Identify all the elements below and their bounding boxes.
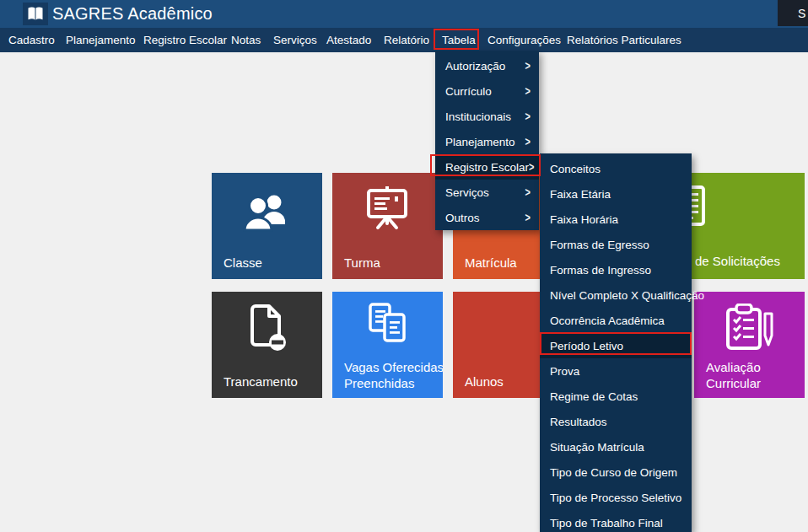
people-icon: [243, 193, 290, 232]
tile-avaliacao-label-line2: Curricular: [706, 375, 761, 391]
submenu-item-periodo-letivo[interactable]: Período Letivo: [540, 333, 692, 358]
account-button[interactable]: S: [778, 0, 808, 26]
menu-notas[interactable]: Notas: [231, 28, 261, 52]
menu-relatorios-particulares[interactable]: Relatórios Particulares: [567, 28, 681, 52]
menu-configuracoes[interactable]: Configurações: [487, 28, 561, 52]
dropdown-item-institucionais[interactable]: Institucionais >: [435, 104, 539, 129]
document-minus-icon: [247, 304, 288, 351]
menu-relatorio[interactable]: Relatório: [384, 28, 429, 52]
submenu-item-conceitos[interactable]: Conceitos: [540, 156, 692, 181]
submenu-item-resultados[interactable]: Resultados: [540, 409, 692, 434]
tile-avaliacao-label-line1: Avaliação: [706, 359, 761, 375]
menu-atestado[interactable]: Atestado: [326, 28, 371, 52]
tile-vagas-label-line2: Preenchidas: [344, 375, 443, 391]
submenu-item-ocorrencia-academica[interactable]: Ocorrência Acadêmica: [540, 308, 692, 333]
tile-turma-label: Turma: [344, 255, 380, 271]
tile-avaliacao-label: Avaliação Curricular: [706, 359, 761, 391]
presentation-board-icon: [364, 186, 411, 232]
submenu-item-prova[interactable]: Prova: [540, 358, 692, 384]
dropdown-item-autorizacao[interactable]: Autorização >: [435, 53, 539, 78]
tile-alunos-label: Alunos: [465, 373, 504, 390]
chevron-right-icon: >: [525, 186, 531, 199]
clipboard-pen-icon: [725, 304, 775, 351]
main-menubar: Cadastro Planejamento Registro Escolar N…: [0, 28, 808, 52]
chevron-right-icon: >: [525, 85, 531, 98]
chevron-right-icon: >: [525, 136, 531, 148]
account-button-label: S: [798, 7, 805, 20]
tile-vagas[interactable]: Vagas Oferecidas/ Preenchidas: [332, 292, 443, 398]
submenu-item-tipo-de-trabalho-final[interactable]: Tipo de Trabalho Final: [540, 510, 692, 532]
dropdown-item-curriculo[interactable]: Currículo >: [435, 78, 539, 104]
submenu-item-situacao-matricula[interactable]: Situação Matrícula: [540, 434, 692, 459]
submenu-item-faixa-horaria[interactable]: Faixa Horária: [540, 207, 692, 232]
tile-vagas-label-line1: Vagas Oferecidas/: [344, 359, 443, 375]
submenu-item-formas-de-egresso[interactable]: Formas de Egresso: [540, 232, 692, 257]
app-header: SAGRES Acadêmico S: [0, 0, 808, 28]
menu-tabela[interactable]: Tabela: [442, 28, 476, 52]
tile-classe-label: Classe: [224, 255, 262, 271]
tile-avaliacao[interactable]: Avaliação Curricular: [694, 292, 805, 398]
submenu-item-tipo-de-curso-de-origem[interactable]: Tipo de Curso de Origem: [540, 459, 692, 485]
tile-matricula-label: Matrícula: [465, 255, 517, 271]
app-logo: [23, 3, 48, 25]
tabela-dropdown-menu: Autorização > Currículo > Institucionais…: [435, 51, 539, 230]
tile-trancamento-label: Trancamento: [224, 373, 298, 390]
tile-classe[interactable]: Classe: [212, 173, 322, 279]
submenu-item-regime-de-cotas[interactable]: Regime de Cotas: [540, 384, 692, 409]
menu-servicos[interactable]: Serviços: [273, 28, 317, 52]
dropdown-item-planejamento[interactable]: Planejamento >: [435, 129, 539, 154]
tile-turma[interactable]: Turma: [332, 173, 443, 279]
submenu-item-formas-de-ingresso[interactable]: Formas de Ingresso: [540, 257, 692, 282]
page-title: SAGRES Acadêmico: [52, 0, 213, 28]
chevron-right-icon: >: [525, 60, 531, 73]
menu-cadastro[interactable]: Cadastro: [8, 28, 55, 52]
menu-registro-escolar[interactable]: Registro Escolar: [143, 28, 227, 52]
tile-vagas-label: Vagas Oferecidas/ Preenchidas: [344, 359, 443, 391]
chevron-right-icon: >: [525, 110, 531, 123]
dropdown-item-outros[interactable]: Outros >: [435, 205, 539, 230]
submenu-item-faixa-etaria[interactable]: Faixa Etária: [540, 181, 692, 207]
documents-stack-icon: [364, 302, 411, 346]
dropdown-item-servicos[interactable]: Serviços >: [435, 180, 539, 205]
menu-planejamento[interactable]: Planejamento: [66, 28, 136, 52]
tile-solicitacoes-label: de Solicitações: [695, 253, 780, 269]
dropdown-item-registro-escolar[interactable]: Registro Escolar >: [435, 154, 539, 180]
chevron-right-icon: >: [525, 212, 531, 224]
registro-escolar-submenu: Conceitos Faixa Etária Faixa Horária For…: [540, 153, 692, 532]
submenu-item-nivel-completo-x-qualificacao[interactable]: Nível Completo X Qualificação: [540, 282, 692, 308]
open-book-icon: [27, 7, 44, 21]
submenu-item-tipo-de-processo-seletivo[interactable]: Tipo de Processo Seletivo: [540, 485, 692, 510]
chevron-right-icon: >: [529, 161, 534, 174]
tile-trancamento[interactable]: Trancamento: [212, 292, 322, 398]
